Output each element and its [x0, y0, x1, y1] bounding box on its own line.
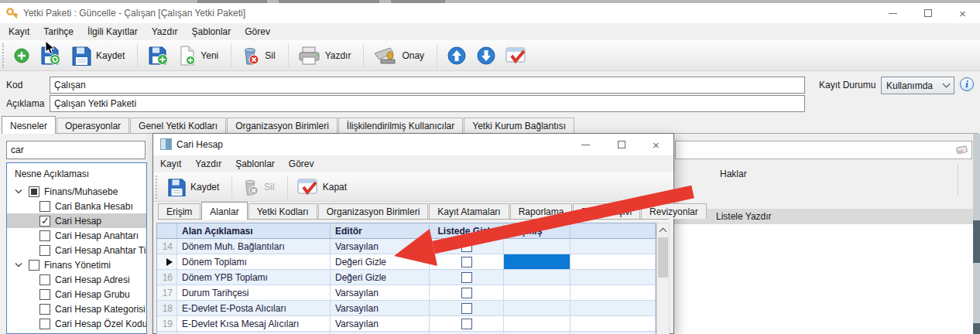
nav-up-button[interactable]	[444, 44, 469, 67]
cell-alan[interactable]: E-Devlet Kısa Mesaj Alıcıları	[177, 316, 331, 332]
tab-revizyonlar[interactable]: Revizyonlar	[641, 203, 707, 219]
checkbox-unchecked[interactable]	[461, 272, 472, 283]
tab-iliskilendirilmis-kullanicilar[interactable]: İlişkilendirilmiş Kullanıcılar	[338, 118, 463, 133]
approve-button[interactable]: Onay	[371, 44, 430, 67]
checkbox-unchecked[interactable]	[461, 319, 472, 329]
dialog-menu-yazdir[interactable]: Yazdır	[188, 156, 228, 172]
nav-down-button[interactable]	[474, 44, 499, 67]
grid-row-18[interactable]: 18 E-Devlet E-Posta Alıcıları Varsayılan	[157, 301, 656, 316]
maximize-button[interactable]	[910, 3, 945, 23]
tab-organizasyon-birimleri[interactable]: Organizasyon Birimleri	[227, 118, 338, 133]
grid-row-17[interactable]: 17 Durum Tarihçesi Varsayılan	[157, 285, 656, 301]
cell-alan[interactable]: Dönem Muh. Bağlantıları	[177, 239, 331, 254]
col-header-alan[interactable]: Alan Açıklaması	[177, 223, 331, 239]
tree-item-finans-yonetimi[interactable]: Finans Yönetimi	[7, 257, 146, 272]
checkbox-checked[interactable]	[39, 216, 50, 227]
print-button[interactable]: Yazdır	[296, 44, 357, 67]
kod-input[interactable]	[50, 77, 805, 94]
dialog-maximize-button[interactable]	[604, 135, 639, 155]
cell-gecmis-selected[interactable]	[504, 254, 571, 270]
tab-organizasyon-birimleri[interactable]: Organizasyon Birimleri	[318, 203, 429, 219]
cell-editor[interactable]: Değeri Gizle	[331, 254, 430, 270]
dialog-close-button[interactable]: ×	[639, 135, 673, 155]
menu-ilgili-kayitlar[interactable]: İlgili Kayıtlar	[81, 24, 145, 39]
dialog-menu-gorev[interactable]: Görev	[282, 156, 321, 172]
grid-row-15-current[interactable]: Dönem Toplamı Değeri Gizle	[157, 254, 656, 270]
tree-item-cari-hesap-adresi[interactable]: Cari Hesap Adresi	[7, 272, 146, 287]
object-search-input[interactable]	[6, 141, 146, 159]
tree-item-cari-hesap-ozel-kodu[interactable]: Cari Hesap Özel Kodu	[7, 316, 146, 331]
checkbox-unchecked[interactable]	[39, 319, 50, 329]
menu-sablonlar[interactable]: Şablonlar	[185, 24, 238, 39]
close-button[interactable]: ×	[945, 3, 980, 23]
menu-tarihce[interactable]: Tarihçe	[36, 24, 81, 39]
grid-row-14[interactable]: 14 Dönem Muh. Bağlantıları Varsayılan	[157, 239, 656, 254]
grid-row-19[interactable]: 19 E-Devlet Kısa Mesaj Alıcıları Varsayı…	[157, 316, 656, 332]
checkbox-unchecked[interactable]	[461, 257, 472, 268]
cell-gecmis[interactable]	[504, 270, 571, 285]
dialog-save-button[interactable]: Kaydet	[164, 176, 224, 198]
rights-filter-input[interactable]	[675, 141, 972, 159]
delete-button[interactable]: Sil	[238, 44, 280, 67]
col-header-listede-gizle[interactable]: Listede Gizle	[430, 223, 504, 239]
cell-editor[interactable]: Varsayılan	[331, 239, 430, 254]
grid-vertical-scrollbar[interactable]	[656, 223, 670, 334]
add-button[interactable]	[11, 46, 33, 66]
cell-gecmis[interactable]	[504, 316, 571, 332]
info-icon[interactable]: i	[960, 77, 974, 91]
cell-editor[interactable]: Değeri Gizle	[331, 270, 430, 285]
eraser-icon[interactable]	[956, 145, 968, 155]
scroll-up-button[interactable]	[657, 223, 669, 237]
checkbox-unchecked[interactable]	[39, 230, 50, 241]
dialog-menu-sablonlar[interactable]: Şablonlar	[228, 156, 282, 172]
tree-item-cari-banka-hesabi[interactable]: Cari Banka Hesabı	[7, 199, 146, 213]
dialog-menu-kayit[interactable]: Kayıt	[153, 156, 188, 172]
checkbox-unchecked[interactable]	[39, 289, 50, 300]
cell-alan[interactable]: Durum Tarihçesi	[177, 285, 331, 301]
checkbox-unchecked[interactable]	[39, 274, 50, 285]
cell-gecmis[interactable]	[504, 301, 571, 316]
checkbox-partial[interactable]	[29, 186, 39, 197]
tab-raporlama[interactable]: Raporlama	[510, 203, 573, 219]
checkbox-unchecked[interactable]	[39, 201, 50, 212]
cell-alan[interactable]: Dönem YPB Toplamı	[177, 270, 331, 285]
new-button[interactable]: Yeni	[176, 44, 224, 67]
tab-genel-yetki-kodlari[interactable]: Genel Yetki Kodları	[130, 118, 226, 133]
tree-item-satis-satinalma[interactable]: Satış / Satınalma	[7, 331, 146, 334]
menu-kayit[interactable]: Kayıt	[2, 24, 36, 39]
cell-editor[interactable]: Varsayılan	[331, 301, 430, 316]
rights-row-listele-yazdir[interactable]: Listele Yazdır	[674, 209, 973, 224]
tab-nesneler[interactable]: Nesneler	[2, 116, 56, 134]
checkbox-unchecked[interactable]	[461, 241, 472, 252]
tab-yetki-kurum-baglantisi[interactable]: Yetki Kurum Bağlantısı	[464, 118, 574, 133]
cell-alan[interactable]: Dönem Toplamı	[177, 254, 331, 270]
menu-gorev[interactable]: Görev	[238, 24, 277, 39]
minimize-button[interactable]	[875, 3, 910, 23]
tab-yetki-kodlari[interactable]: Yetki Kodları	[248, 203, 317, 219]
tab-alanlar[interactable]: Alanlar	[201, 202, 247, 220]
cell-editor[interactable]: Varsayılan	[331, 285, 430, 301]
cell-alan[interactable]: E-Devlet E-Posta Alıcıları	[177, 301, 331, 316]
col-header-editor[interactable]: Editör	[331, 223, 430, 239]
cell-gecmis[interactable]	[504, 285, 571, 301]
tab-erisim[interactable]: Erişim	[158, 203, 200, 219]
checkbox-unchecked[interactable]	[461, 303, 472, 314]
cell-editor[interactable]: Varsayılan	[331, 316, 430, 332]
checkbox-unchecked[interactable]	[39, 245, 50, 256]
checkbox-unchecked[interactable]	[29, 260, 39, 271]
checkbox-unchecked[interactable]	[461, 288, 472, 298]
scrollbar-thumb[interactable]	[658, 237, 668, 278]
tree-item-finans-muhasebe[interactable]: Finans/Muhasebe	[7, 184, 146, 199]
cell-gecmis[interactable]	[504, 239, 571, 254]
tree-item-cari-hesap[interactable]: Cari Hesap	[7, 213, 146, 228]
menu-yazdir[interactable]: Yazdır	[145, 24, 185, 39]
checkbox-unchecked[interactable]	[39, 304, 50, 315]
aciklama-input[interactable]	[50, 95, 805, 112]
tree-item-cari-hesap-anahtar-tip[interactable]: Cari Hesap Anahtar Tip	[7, 243, 146, 257]
save-new-button[interactable]	[145, 44, 171, 67]
confirm-close-button[interactable]	[503, 45, 529, 66]
dialog-close-action-button[interactable]: Kapat	[295, 176, 352, 198]
chevron-down-icon[interactable]	[15, 189, 24, 194]
tree-item-cari-hesap-kategorisi[interactable]: Cari Hesap Kategorisi	[7, 302, 146, 316]
chevron-down-icon[interactable]	[15, 262, 24, 268]
